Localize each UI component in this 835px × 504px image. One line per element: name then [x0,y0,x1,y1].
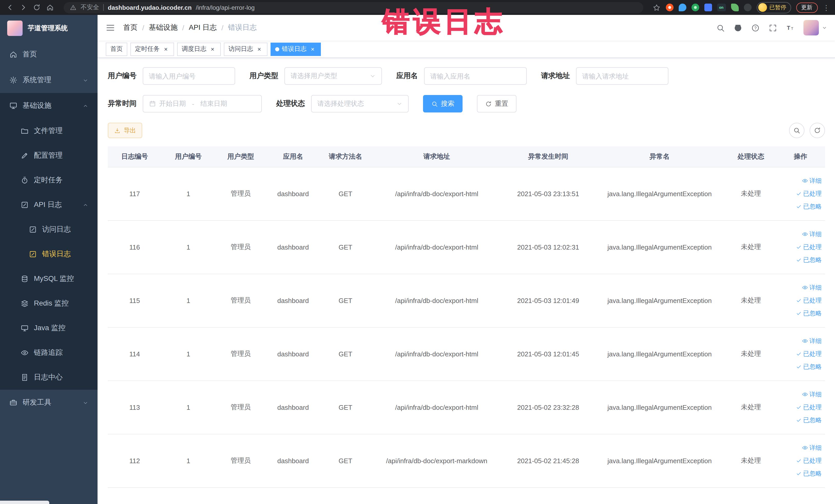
cell-user-type: 管理员 [215,381,266,434]
sidebar-item-system-management[interactable]: 系统管理 [0,67,98,93]
action-label: 已处理 [803,296,822,305]
table-row: 1121管理员dashboardGET/api/infra/db-doc/exp… [108,434,825,487]
home-icon[interactable] [45,3,55,12]
close-icon[interactable]: × [309,45,316,53]
sidebar-menu: 首页系统管理基础设施文件管理配置管理定时任务API 日志访问日志错误日志MySQ… [0,42,98,504]
sidebar-item-access-log[interactable]: 访问日志 [0,217,98,242]
close-icon[interactable]: × [256,45,263,53]
search-toggle-button[interactable] [789,123,804,138]
github-icon[interactable] [733,23,742,32]
reload-icon[interactable] [32,3,41,12]
fullscreen-icon[interactable] [768,23,777,32]
user-id-input[interactable] [149,72,229,80]
action-detail[interactable]: 详细 [802,283,822,292]
action-detail[interactable]: 详细 [802,390,822,399]
security-chip: 不安全 [81,3,99,12]
action-processed[interactable]: 已处理 [795,243,822,251]
logo-image [7,21,23,36]
tab-调度日志[interactable]: 调度日志× [177,42,221,56]
sidebar-item-config-management[interactable]: 配置管理 [0,143,98,168]
cell-method: GET [320,220,371,274]
extension-icon-dark[interactable] [744,4,751,11]
sidebar-item-file-management[interactable]: 文件管理 [0,119,98,143]
tab-访问日志[interactable]: 访问日志× [224,42,267,56]
sidebar-item-home[interactable]: 首页 [0,42,98,67]
extension-icon-blue-grid[interactable] [704,4,712,11]
close-icon[interactable]: × [209,45,216,53]
forward-icon[interactable] [19,3,28,12]
reset-button[interactable]: 重置 [477,95,516,113]
user-avatar-dropdown[interactable] [803,20,827,36]
process-status-select[interactable]: 请选择处理状态 [311,95,409,113]
column-header: 应用名 [266,146,320,167]
action-processed[interactable]: 已处理 [795,456,822,465]
tab-错误日志[interactable]: 错误日志× [270,42,321,56]
sidebar-item-java-monitor[interactable]: Java 监控 [0,316,98,340]
sidebar-item-dev-tools[interactable]: 研发工具 [0,390,98,416]
browser-profile-chip[interactable]: 已暂停 [756,2,791,13]
sidebar-item-redis-monitor[interactable]: Redis 监控 [0,291,98,316]
extension-icon-on[interactable]: on [717,4,726,11]
bookmark-star-icon[interactable] [652,3,660,12]
chevron-down-icon [370,73,376,79]
font-size-icon[interactable]: TT [786,23,794,32]
mysql-monitor-icon [21,275,29,283]
app-name-input-wrap [424,67,527,85]
action-ignored[interactable]: 已忽略 [795,416,822,424]
address-bar[interactable]: 不安全 dashboard.yudao.iocoder.cn /infra/lo… [64,2,643,13]
action-label: 详细 [809,337,822,345]
cell-method: GET [320,327,371,381]
extension-icon-leaf[interactable] [731,4,738,11]
app-logo[interactable]: 芋道管理系统 [0,15,98,42]
end-date-placeholder: 结束日期 [201,99,227,108]
tab-首页[interactable]: 首页 [106,42,127,56]
action-ignored[interactable]: 已忽略 [795,256,822,264]
sidebar-item-infrastructure[interactable]: 基础设施 [0,93,98,119]
extension-icon-orange[interactable] [666,4,673,11]
sidebar-item-log-center[interactable]: 日志中心 [0,365,98,390]
search-icon[interactable] [716,23,725,32]
tab-定时任务[interactable]: 定时任务× [130,42,174,56]
request-url-input[interactable] [582,72,662,80]
sidebar-item-label: Java 监控 [34,323,65,333]
action-ignored[interactable]: 已忽略 [795,362,822,371]
action-ignored[interactable]: 已忽略 [795,469,822,478]
avatar [803,20,819,36]
browser-menu-icon[interactable]: ⋮ [823,4,830,11]
search-button[interactable]: 搜索 [423,95,463,113]
back-icon[interactable] [5,3,14,12]
sidebar-item-error-log[interactable]: 错误日志 [0,242,98,266]
cell-status: 未处理 [726,381,776,434]
action-detail[interactable]: 详细 [802,443,822,452]
table-toolbar: 导出 [108,123,825,138]
close-icon[interactable]: × [162,45,169,53]
extension-icon-blue-drop[interactable] [678,4,686,11]
eye-icon [802,391,808,398]
chrome-update-button[interactable]: 更新 [796,2,817,13]
action-detail[interactable]: 详细 [802,230,822,239]
exception-time-range-picker[interactable]: 开始日期 - 结束日期 [143,95,262,113]
sidebar-item-mysql-monitor[interactable]: MySQL 监控 [0,266,98,291]
cell-exception: java.lang.IllegalArgumentException [594,220,726,274]
action-ignored[interactable]: 已忽略 [795,202,822,211]
extension-icon-green[interactable] [691,4,699,11]
sidebar-item-scheduled-jobs[interactable]: 定时任务 [0,168,98,193]
action-processed[interactable]: 已处理 [795,403,822,411]
action-processed[interactable]: 已处理 [795,189,822,198]
action-ignored[interactable]: 已忽略 [795,309,822,318]
refresh-table-button[interactable] [809,123,825,138]
sidebar-item-tracing[interactable]: 链路追踪 [0,340,98,365]
user-type-select[interactable]: 请选择用户类型 [284,67,382,85]
hamburger-icon[interactable] [106,23,115,32]
sidebar-item-api-log[interactable]: API 日志 [0,193,98,217]
breadcrumb-item[interactable]: 首页 [123,23,138,32]
app-name-input[interactable] [430,72,521,80]
breadcrumb-item: API 日志 [189,23,217,32]
export-button[interactable]: 导出 [108,123,142,138]
help-icon[interactable]: ? [751,23,759,32]
action-processed[interactable]: 已处理 [795,349,822,358]
action-processed[interactable]: 已处理 [795,296,822,305]
action-detail[interactable]: 详细 [802,176,822,185]
action-detail[interactable]: 详细 [802,337,822,345]
action-label: 详细 [809,283,822,292]
